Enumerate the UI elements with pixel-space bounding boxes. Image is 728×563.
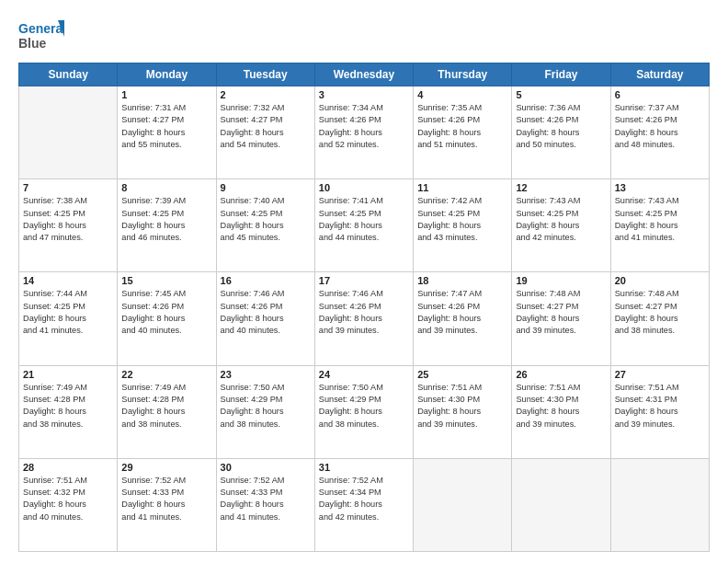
day-header-tuesday: Tuesday	[216, 63, 314, 86]
page: General Blue SundayMondayTuesdayWednesda…	[0, 0, 728, 563]
sun-info: Sunrise: 7:51 AM Sunset: 4:30 PM Dayligh…	[516, 382, 606, 431]
day-number: 21	[23, 369, 113, 380]
day-header-friday: Friday	[512, 63, 610, 86]
day-number: 17	[319, 275, 409, 286]
calendar-cell	[610, 458, 709, 551]
sun-info: Sunrise: 7:46 AM Sunset: 4:26 PM Dayligh…	[221, 288, 311, 337]
calendar-cell: 29Sunrise: 7:52 AM Sunset: 4:33 PM Dayli…	[118, 458, 216, 551]
week-row-2: 14Sunrise: 7:44 AM Sunset: 4:25 PM Dayli…	[19, 272, 710, 365]
sun-info: Sunrise: 7:31 AM Sunset: 4:27 PM Dayligh…	[121, 102, 211, 151]
day-number: 2	[221, 89, 311, 100]
calendar-cell: 10Sunrise: 7:41 AM Sunset: 4:25 PM Dayli…	[314, 179, 413, 272]
calendar-cell: 30Sunrise: 7:52 AM Sunset: 4:33 PM Dayli…	[216, 458, 314, 551]
day-number: 14	[23, 275, 113, 286]
day-number: 8	[121, 182, 211, 193]
calendar-cell: 16Sunrise: 7:46 AM Sunset: 4:26 PM Dayli…	[216, 272, 314, 365]
calendar-cell: 1Sunrise: 7:31 AM Sunset: 4:27 PM Daylig…	[118, 86, 216, 179]
sun-info: Sunrise: 7:38 AM Sunset: 4:25 PM Dayligh…	[23, 195, 113, 244]
week-row-4: 28Sunrise: 7:51 AM Sunset: 4:32 PM Dayli…	[19, 458, 710, 551]
day-number: 15	[121, 275, 211, 286]
sun-info: Sunrise: 7:52 AM Sunset: 4:33 PM Dayligh…	[221, 475, 311, 523]
sun-info: Sunrise: 7:32 AM Sunset: 4:27 PM Dayligh…	[221, 102, 311, 151]
calendar-header-row: SundayMondayTuesdayWednesdayThursdayFrid…	[19, 63, 710, 86]
calendar-cell: 4Sunrise: 7:35 AM Sunset: 4:26 PM Daylig…	[414, 86, 512, 179]
day-number: 29	[121, 462, 211, 473]
header: General Blue	[18, 17, 710, 55]
day-number: 20	[615, 275, 705, 286]
day-number: 19	[516, 275, 606, 286]
calendar-cell	[512, 458, 610, 551]
sun-info: Sunrise: 7:42 AM Sunset: 4:25 PM Dayligh…	[417, 195, 507, 244]
calendar-cell: 25Sunrise: 7:51 AM Sunset: 4:30 PM Dayli…	[414, 365, 512, 458]
sun-info: Sunrise: 7:34 AM Sunset: 4:26 PM Dayligh…	[319, 102, 409, 151]
day-number: 31	[319, 462, 409, 473]
week-row-1: 7Sunrise: 7:38 AM Sunset: 4:25 PM Daylig…	[19, 179, 710, 272]
day-number: 13	[615, 182, 705, 193]
week-row-0: 1Sunrise: 7:31 AM Sunset: 4:27 PM Daylig…	[19, 86, 710, 179]
calendar-cell: 17Sunrise: 7:46 AM Sunset: 4:26 PM Dayli…	[314, 272, 413, 365]
sun-info: Sunrise: 7:41 AM Sunset: 4:25 PM Dayligh…	[319, 195, 409, 244]
sun-info: Sunrise: 7:50 AM Sunset: 4:29 PM Dayligh…	[221, 382, 311, 431]
day-number: 26	[516, 369, 606, 380]
sun-info: Sunrise: 7:48 AM Sunset: 4:27 PM Dayligh…	[615, 288, 705, 337]
calendar-cell: 28Sunrise: 7:51 AM Sunset: 4:32 PM Dayli…	[19, 458, 118, 551]
day-header-wednesday: Wednesday	[314, 63, 413, 86]
day-number: 28	[23, 462, 113, 473]
svg-text:Blue: Blue	[18, 36, 47, 51]
day-number: 12	[516, 182, 606, 193]
day-number: 5	[516, 89, 606, 100]
calendar-cell	[19, 86, 118, 179]
calendar-cell	[414, 458, 512, 551]
sun-info: Sunrise: 7:48 AM Sunset: 4:27 PM Dayligh…	[516, 288, 606, 337]
day-number: 30	[221, 462, 311, 473]
sun-info: Sunrise: 7:43 AM Sunset: 4:25 PM Dayligh…	[516, 195, 606, 244]
sun-info: Sunrise: 7:40 AM Sunset: 4:25 PM Dayligh…	[221, 195, 311, 244]
sun-info: Sunrise: 7:44 AM Sunset: 4:25 PM Dayligh…	[23, 288, 113, 337]
day-number: 23	[221, 369, 311, 380]
day-number: 7	[23, 182, 113, 193]
day-number: 24	[319, 369, 409, 380]
calendar-cell: 31Sunrise: 7:52 AM Sunset: 4:34 PM Dayli…	[314, 458, 413, 551]
logo: General Blue	[18, 17, 64, 55]
calendar-cell: 13Sunrise: 7:43 AM Sunset: 4:25 PM Dayli…	[610, 179, 709, 272]
sun-info: Sunrise: 7:37 AM Sunset: 4:26 PM Dayligh…	[615, 102, 705, 151]
sun-info: Sunrise: 7:49 AM Sunset: 4:28 PM Dayligh…	[23, 382, 113, 431]
calendar-cell: 15Sunrise: 7:45 AM Sunset: 4:26 PM Dayli…	[118, 272, 216, 365]
calendar-cell: 9Sunrise: 7:40 AM Sunset: 4:25 PM Daylig…	[216, 179, 314, 272]
calendar-cell: 2Sunrise: 7:32 AM Sunset: 4:27 PM Daylig…	[216, 86, 314, 179]
calendar-cell: 18Sunrise: 7:47 AM Sunset: 4:26 PM Dayli…	[414, 272, 512, 365]
calendar-cell: 12Sunrise: 7:43 AM Sunset: 4:25 PM Dayli…	[512, 179, 610, 272]
day-number: 1	[121, 89, 211, 100]
sun-info: Sunrise: 7:35 AM Sunset: 4:26 PM Dayligh…	[417, 102, 507, 151]
calendar-cell: 22Sunrise: 7:49 AM Sunset: 4:28 PM Dayli…	[118, 365, 216, 458]
day-header-thursday: Thursday	[414, 63, 512, 86]
calendar-cell: 5Sunrise: 7:36 AM Sunset: 4:26 PM Daylig…	[512, 86, 610, 179]
calendar: SundayMondayTuesdayWednesdayThursdayFrid…	[18, 63, 710, 552]
day-number: 6	[615, 89, 705, 100]
calendar-cell: 19Sunrise: 7:48 AM Sunset: 4:27 PM Dayli…	[512, 272, 610, 365]
day-number: 4	[417, 89, 507, 100]
day-number: 27	[615, 369, 705, 380]
sun-info: Sunrise: 7:50 AM Sunset: 4:29 PM Dayligh…	[319, 382, 409, 431]
sun-info: Sunrise: 7:51 AM Sunset: 4:30 PM Dayligh…	[417, 382, 507, 431]
sun-info: Sunrise: 7:45 AM Sunset: 4:26 PM Dayligh…	[121, 288, 211, 337]
day-number: 22	[121, 369, 211, 380]
calendar-cell: 6Sunrise: 7:37 AM Sunset: 4:26 PM Daylig…	[610, 86, 709, 179]
sun-info: Sunrise: 7:51 AM Sunset: 4:32 PM Dayligh…	[23, 475, 113, 523]
sun-info: Sunrise: 7:47 AM Sunset: 4:26 PM Dayligh…	[417, 288, 507, 337]
calendar-cell: 14Sunrise: 7:44 AM Sunset: 4:25 PM Dayli…	[19, 272, 118, 365]
logo-svg: General Blue	[18, 17, 64, 55]
svg-text:General: General	[18, 21, 64, 36]
sun-info: Sunrise: 7:51 AM Sunset: 4:31 PM Dayligh…	[615, 382, 705, 431]
calendar-cell: 3Sunrise: 7:34 AM Sunset: 4:26 PM Daylig…	[314, 86, 413, 179]
calendar-cell: 23Sunrise: 7:50 AM Sunset: 4:29 PM Dayli…	[216, 365, 314, 458]
calendar-cell: 26Sunrise: 7:51 AM Sunset: 4:30 PM Dayli…	[512, 365, 610, 458]
day-header-sunday: Sunday	[19, 63, 118, 86]
day-header-monday: Monday	[118, 63, 216, 86]
sun-info: Sunrise: 7:52 AM Sunset: 4:34 PM Dayligh…	[319, 475, 409, 523]
day-number: 9	[221, 182, 311, 193]
sun-info: Sunrise: 7:46 AM Sunset: 4:26 PM Dayligh…	[319, 288, 409, 337]
week-row-3: 21Sunrise: 7:49 AM Sunset: 4:28 PM Dayli…	[19, 365, 710, 458]
day-number: 10	[319, 182, 409, 193]
sun-info: Sunrise: 7:52 AM Sunset: 4:33 PM Dayligh…	[121, 475, 211, 523]
